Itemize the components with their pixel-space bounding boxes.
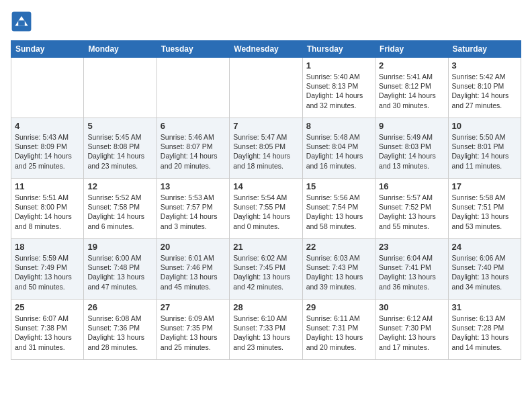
day-cell: 17Sunrise: 5:58 AMSunset: 7:51 PMDayligh… <box>448 179 521 239</box>
day-number: 19 <box>87 242 152 252</box>
day-number: 29 <box>306 302 371 312</box>
day-number: 14 <box>233 181 298 191</box>
logo <box>11 11 35 32</box>
day-info: Sunrise: 6:09 AMSunset: 7:35 PMDaylight:… <box>161 314 226 352</box>
day-info: Sunrise: 6:12 AMSunset: 7:30 PMDaylight:… <box>379 314 444 352</box>
weekday-header-thursday: Thursday <box>302 41 375 58</box>
day-cell: 6Sunrise: 5:46 AMSunset: 8:07 PMDaylight… <box>157 118 229 179</box>
day-cell: 13Sunrise: 5:53 AMSunset: 7:57 PMDayligh… <box>157 179 229 239</box>
svg-rect-2 <box>18 20 25 26</box>
day-info: Sunrise: 5:42 AMSunset: 8:10 PMDaylight:… <box>452 72 517 110</box>
day-cell: 14Sunrise: 5:54 AMSunset: 7:55 PMDayligh… <box>230 179 302 239</box>
day-cell: 22Sunrise: 6:03 AMSunset: 7:43 PMDayligh… <box>302 239 375 300</box>
day-number: 23 <box>379 242 444 252</box>
day-info: Sunrise: 6:02 AMSunset: 7:45 PMDaylight:… <box>233 253 298 291</box>
weekday-header-sunday: Sunday <box>11 41 84 58</box>
day-number: 1 <box>306 60 371 71</box>
day-number: 27 <box>161 302 226 312</box>
day-cell: 8Sunrise: 5:48 AMSunset: 8:04 PMDaylight… <box>302 118 375 179</box>
day-cell <box>84 58 157 118</box>
day-info: Sunrise: 5:53 AMSunset: 7:57 PMDaylight:… <box>161 193 226 231</box>
day-info: Sunrise: 5:40 AMSunset: 8:13 PMDaylight:… <box>306 72 371 110</box>
day-info: Sunrise: 5:59 AMSunset: 7:49 PMDaylight:… <box>15 253 80 291</box>
day-info: Sunrise: 5:45 AMSunset: 8:08 PMDaylight:… <box>87 132 152 171</box>
day-number: 28 <box>233 302 298 312</box>
day-info: Sunrise: 6:07 AMSunset: 7:38 PMDaylight:… <box>15 314 80 352</box>
day-number: 12 <box>87 181 152 191</box>
day-info: Sunrise: 5:50 AMSunset: 8:01 PMDaylight:… <box>452 132 517 171</box>
day-cell: 26Sunrise: 6:08 AMSunset: 7:36 PMDayligh… <box>84 300 157 360</box>
day-number: 3 <box>452 60 517 71</box>
day-number: 30 <box>379 302 444 312</box>
day-info: Sunrise: 6:03 AMSunset: 7:43 PMDaylight:… <box>306 253 371 291</box>
weekday-header-tuesday: Tuesday <box>157 41 229 58</box>
day-number: 17 <box>452 181 517 191</box>
weekday-header-row: SundayMondayTuesdayWednesdayThursdayFrid… <box>11 41 521 58</box>
week-row-5: 25Sunrise: 6:07 AMSunset: 7:38 PMDayligh… <box>11 300 521 360</box>
day-cell: 28Sunrise: 6:10 AMSunset: 7:33 PMDayligh… <box>230 300 302 360</box>
day-info: Sunrise: 5:47 AMSunset: 8:05 PMDaylight:… <box>233 132 298 171</box>
day-cell: 21Sunrise: 6:02 AMSunset: 7:45 PMDayligh… <box>230 239 302 300</box>
day-info: Sunrise: 6:04 AMSunset: 7:41 PMDaylight:… <box>379 253 444 291</box>
day-number: 7 <box>233 121 298 131</box>
weekday-header-saturday: Saturday <box>448 41 521 58</box>
day-cell: 1Sunrise: 5:40 AMSunset: 8:13 PMDaylight… <box>302 58 375 118</box>
week-row-3: 11Sunrise: 5:51 AMSunset: 8:00 PMDayligh… <box>11 179 521 239</box>
day-number: 21 <box>233 242 298 252</box>
day-cell: 29Sunrise: 6:11 AMSunset: 7:31 PMDayligh… <box>302 300 375 360</box>
weekday-header-friday: Friday <box>375 41 448 58</box>
day-number: 13 <box>161 181 226 191</box>
day-cell <box>157 58 229 118</box>
day-cell: 19Sunrise: 6:00 AMSunset: 7:48 PMDayligh… <box>84 239 157 300</box>
day-cell: 15Sunrise: 5:56 AMSunset: 7:54 PMDayligh… <box>302 179 375 239</box>
day-info: Sunrise: 6:13 AMSunset: 7:28 PMDaylight:… <box>452 314 517 352</box>
day-number: 5 <box>87 121 152 131</box>
logo-icon <box>11 11 32 32</box>
day-info: Sunrise: 5:49 AMSunset: 8:03 PMDaylight:… <box>379 132 444 171</box>
day-info: Sunrise: 5:43 AMSunset: 8:09 PMDaylight:… <box>15 132 80 171</box>
day-cell: 18Sunrise: 5:59 AMSunset: 7:49 PMDayligh… <box>11 239 84 300</box>
day-number: 31 <box>452 302 517 312</box>
day-info: Sunrise: 5:46 AMSunset: 8:07 PMDaylight:… <box>161 132 226 171</box>
day-number: 9 <box>379 121 444 131</box>
day-cell: 23Sunrise: 6:04 AMSunset: 7:41 PMDayligh… <box>375 239 448 300</box>
day-info: Sunrise: 5:56 AMSunset: 7:54 PMDaylight:… <box>306 193 371 231</box>
day-number: 18 <box>15 242 80 252</box>
day-info: Sunrise: 5:48 AMSunset: 8:04 PMDaylight:… <box>306 132 371 171</box>
day-number: 2 <box>379 60 444 71</box>
day-cell: 12Sunrise: 5:52 AMSunset: 7:58 PMDayligh… <box>84 179 157 239</box>
day-cell: 9Sunrise: 5:49 AMSunset: 8:03 PMDaylight… <box>375 118 448 179</box>
day-cell <box>11 58 84 118</box>
week-row-2: 4Sunrise: 5:43 AMSunset: 8:09 PMDaylight… <box>11 118 521 179</box>
day-cell <box>230 58 302 118</box>
day-cell: 4Sunrise: 5:43 AMSunset: 8:09 PMDaylight… <box>11 118 84 179</box>
day-info: Sunrise: 5:41 AMSunset: 8:12 PMDaylight:… <box>379 72 444 110</box>
day-number: 8 <box>306 121 371 131</box>
day-info: Sunrise: 5:54 AMSunset: 7:55 PMDaylight:… <box>233 193 298 231</box>
weekday-header-wednesday: Wednesday <box>230 41 302 58</box>
day-number: 15 <box>306 181 371 191</box>
day-number: 20 <box>161 242 226 252</box>
day-cell: 30Sunrise: 6:12 AMSunset: 7:30 PMDayligh… <box>375 300 448 360</box>
day-cell: 27Sunrise: 6:09 AMSunset: 7:35 PMDayligh… <box>157 300 229 360</box>
weekday-header-monday: Monday <box>84 41 157 58</box>
day-number: 22 <box>306 242 371 252</box>
day-cell: 7Sunrise: 5:47 AMSunset: 8:05 PMDaylight… <box>230 118 302 179</box>
day-cell: 25Sunrise: 6:07 AMSunset: 7:38 PMDayligh… <box>11 300 84 360</box>
day-number: 24 <box>452 242 517 252</box>
day-cell: 24Sunrise: 6:06 AMSunset: 7:40 PMDayligh… <box>448 239 521 300</box>
calendar: SundayMondayTuesdayWednesdayThursdayFrid… <box>11 40 521 360</box>
day-info: Sunrise: 5:58 AMSunset: 7:51 PMDaylight:… <box>452 193 517 231</box>
day-info: Sunrise: 6:01 AMSunset: 7:46 PMDaylight:… <box>161 253 226 291</box>
day-number: 4 <box>15 121 80 131</box>
day-cell: 2Sunrise: 5:41 AMSunset: 8:12 PMDaylight… <box>375 58 448 118</box>
day-number: 25 <box>15 302 80 312</box>
day-cell: 31Sunrise: 6:13 AMSunset: 7:28 PMDayligh… <box>448 300 521 360</box>
week-row-4: 18Sunrise: 5:59 AMSunset: 7:49 PMDayligh… <box>11 239 521 300</box>
day-number: 6 <box>161 121 226 131</box>
day-number: 11 <box>15 181 80 191</box>
day-cell: 3Sunrise: 5:42 AMSunset: 8:10 PMDaylight… <box>448 58 521 118</box>
day-number: 26 <box>87 302 152 312</box>
day-info: Sunrise: 6:11 AMSunset: 7:31 PMDaylight:… <box>306 314 371 352</box>
day-number: 10 <box>452 121 517 131</box>
